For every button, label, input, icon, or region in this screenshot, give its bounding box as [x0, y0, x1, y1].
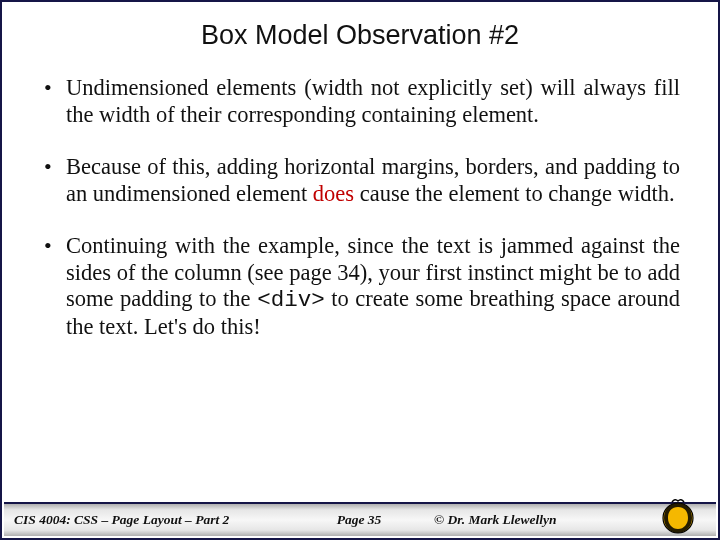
- footer: CIS 4004: CSS – Page Layout – Part 2 Pag…: [4, 502, 716, 536]
- emphasis-red: does: [313, 181, 354, 206]
- footer-page: Page 35: [284, 512, 434, 528]
- slide: Box Model Observation #2 Undimensioned e…: [0, 0, 720, 540]
- footer-author: © Dr. Mark Llewellyn: [434, 512, 614, 528]
- bullet-item: Because of this, adding horizontal margi…: [40, 154, 680, 207]
- bullet-item: Undimensioned elements (width not explic…: [40, 75, 680, 128]
- code-inline: <div>: [257, 287, 325, 313]
- svg-point-1: [673, 511, 684, 525]
- bullet-text: cause the element to change width.: [354, 181, 675, 206]
- ucf-logo-icon: [658, 496, 698, 536]
- slide-content: Undimensioned elements (width not explic…: [2, 61, 718, 538]
- bullet-text: Undimensioned elements (width not explic…: [66, 75, 680, 127]
- bullet-item: Continuing with the example, since the t…: [40, 233, 680, 340]
- footer-course: CIS 4004: CSS – Page Layout – Part 2: [4, 512, 284, 528]
- bullet-list: Undimensioned elements (width not explic…: [40, 75, 680, 340]
- slide-title: Box Model Observation #2: [2, 20, 718, 51]
